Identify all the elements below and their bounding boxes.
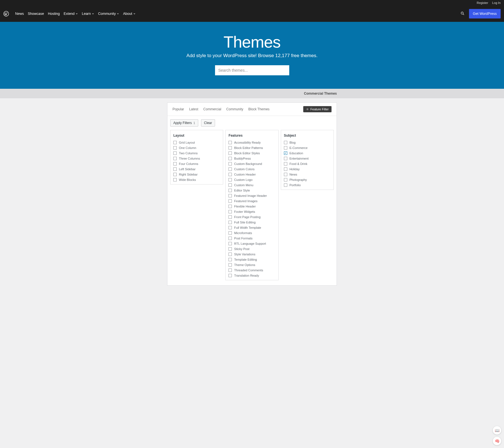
filter-checkbox-item[interactable]: Microformats <box>228 231 275 235</box>
tab-commercial[interactable]: Commercial <box>203 107 221 111</box>
filter-label: Custom Background <box>234 162 262 165</box>
chevron-down-icon <box>133 13 136 15</box>
filter-checkbox-item[interactable]: Front Page Posting <box>228 215 275 219</box>
filter-checkbox-item[interactable]: Footer Widgets <box>228 210 275 213</box>
filter-checkbox-item[interactable]: Food & Drink <box>284 162 331 165</box>
filter-checkbox-item[interactable]: Style Variations <box>228 253 275 256</box>
tab-community[interactable]: Community <box>226 107 243 111</box>
filter-checkbox-item[interactable]: News <box>284 173 331 176</box>
filter-checkbox-item[interactable]: Sticky Post <box>228 247 275 251</box>
checkbox-icon <box>228 247 232 251</box>
filter-checkbox-item[interactable]: Custom Background <box>228 162 275 165</box>
search-button[interactable] <box>461 11 465 16</box>
filter-checkbox-item[interactable]: BuddyPress <box>228 157 275 160</box>
filter-label: Left Sidebar <box>179 167 195 171</box>
filter-checkbox-item[interactable]: Block Editor Patterns <box>228 146 275 150</box>
checkbox-icon <box>228 141 232 144</box>
filter-checkbox-item[interactable]: Theme Options <box>228 263 275 267</box>
filter-checkbox-item[interactable]: Translation Ready <box>228 274 275 277</box>
checkbox-icon <box>173 178 177 181</box>
page-subtitle: Add style to your WordPress site! Browse… <box>6 53 498 59</box>
filter-label: Post Formats <box>234 237 252 240</box>
checkbox-icon <box>284 167 287 171</box>
filter-label: Featured Images <box>234 199 257 203</box>
filter-checkbox-item[interactable]: Post Formats <box>228 237 275 240</box>
checkbox-icon <box>228 226 232 229</box>
filter-label: Theme Options <box>234 263 255 267</box>
filter-label: Threaded Comments <box>234 269 263 272</box>
filter-checkbox-item[interactable]: E-Commerce <box>284 146 331 150</box>
filter-col-layout: Layout Grid LayoutOne ColumnTwo ColumnsT… <box>170 130 223 185</box>
clear-button[interactable]: Clear <box>201 119 215 127</box>
login-link[interactable]: Log In <box>492 1 501 4</box>
filter-checkbox-item[interactable]: Education <box>284 151 331 155</box>
filter-checkbox-item[interactable]: Custom Colors <box>228 167 275 171</box>
filter-checkbox-item[interactable]: Wide Blocks <box>173 178 220 181</box>
filter-checkbox-item[interactable]: Full Site Editing <box>228 221 275 224</box>
filter-checkbox-item[interactable]: Block Editor Styles <box>228 151 275 155</box>
filter-checkbox-item[interactable]: Accessibility Ready <box>228 141 275 144</box>
tab-latest[interactable]: Latest <box>189 107 198 111</box>
filter-count-badge: 1 <box>193 122 195 125</box>
filter-label: Entertainment <box>290 157 309 160</box>
nav-community[interactable]: Community <box>98 12 119 16</box>
svg-point-3 <box>307 109 308 109</box>
filter-checkbox-item[interactable]: Custom Logo <box>228 178 275 181</box>
themes-container: Popular Latest Commercial Community Bloc… <box>167 102 337 286</box>
nav-about[interactable]: About <box>123 12 136 16</box>
checkbox-icon <box>228 237 232 240</box>
checkbox-icon <box>284 141 287 144</box>
filter-checkbox-item[interactable]: Editor Style <box>228 189 275 192</box>
nav-news[interactable]: News <box>15 12 24 16</box>
filter-checkbox-item[interactable]: Four Columns <box>173 162 220 165</box>
theme-search-input[interactable] <box>215 65 289 75</box>
filter-col-subject: Subject BlogE-CommerceEducationEntertain… <box>281 130 334 190</box>
filter-checkbox-item[interactable]: Holiday <box>284 167 331 171</box>
nav-extend[interactable]: Extend <box>64 12 78 16</box>
filter-checkbox-item[interactable]: Photography <box>284 178 331 181</box>
filter-label: E-Commerce <box>290 146 308 150</box>
filter-checkbox-item[interactable]: Left Sidebar <box>173 167 220 171</box>
filter-checkbox-item[interactable]: Right Sidebar <box>173 173 220 176</box>
filter-label: Photography <box>290 178 307 181</box>
filter-checkbox-item[interactable]: Portfolio <box>284 183 331 187</box>
get-wordpress-button[interactable]: Get WordPress <box>469 9 501 18</box>
filter-checkbox-item[interactable]: Blog <box>284 141 331 144</box>
nav-learn[interactable]: Learn <box>82 12 94 16</box>
tab-block-themes[interactable]: Block Themes <box>248 107 270 111</box>
register-link[interactable]: Register <box>477 1 488 4</box>
feature-filter-button[interactable]: Feature Filter <box>303 106 332 112</box>
tab-popular[interactable]: Popular <box>172 107 184 111</box>
apply-filters-button[interactable]: Apply Filters 1 <box>170 119 198 127</box>
filter-label: RTL Language Support <box>234 242 266 245</box>
filter-checkbox-item[interactable]: One Column <box>173 146 220 150</box>
filter-checkbox-item[interactable]: Flexible Header <box>228 205 275 208</box>
filter-columns: Layout Grid LayoutOne ColumnTwo ColumnsT… <box>167 130 337 285</box>
filter-checkbox-item[interactable]: RTL Language Support <box>228 242 275 245</box>
filter-checkbox-item[interactable]: Two Columns <box>173 151 220 155</box>
commercial-themes-link[interactable]: Commercial Themes <box>304 92 337 95</box>
checkbox-icon <box>228 263 232 267</box>
checkbox-icon <box>228 274 232 277</box>
nav-showcase[interactable]: Showcase <box>28 12 44 16</box>
filter-checkbox-item[interactable]: Grid Layout <box>173 141 220 144</box>
filter-checkbox-item[interactable]: Custom Menu <box>228 183 275 187</box>
checkbox-icon <box>173 162 177 165</box>
wordpress-logo-icon[interactable] <box>3 11 9 17</box>
filter-checkbox-item[interactable]: Three Columns <box>173 157 220 160</box>
filter-checkbox-item[interactable]: Entertainment <box>284 157 331 160</box>
checkbox-icon <box>228 194 232 197</box>
filter-checkbox-item[interactable]: Threaded Comments <box>228 269 275 272</box>
filter-checkbox-item[interactable]: Featured Images <box>228 199 275 203</box>
filter-checkbox-item[interactable]: Full Width Template <box>228 226 275 229</box>
filter-checkbox-item[interactable]: Custom Header <box>228 173 275 176</box>
nav-hosting[interactable]: Hosting <box>48 12 60 16</box>
filter-label: Custom Header <box>234 173 256 176</box>
filter-checkbox-item[interactable]: Template Editing <box>228 258 275 261</box>
checkbox-icon <box>284 146 287 150</box>
filter-col-title: Features <box>228 134 275 137</box>
filter-label: Two Columns <box>179 151 198 155</box>
checkbox-icon <box>228 210 232 213</box>
filter-label: Holiday <box>290 167 300 171</box>
filter-checkbox-item[interactable]: Featured Image Header <box>228 194 275 197</box>
